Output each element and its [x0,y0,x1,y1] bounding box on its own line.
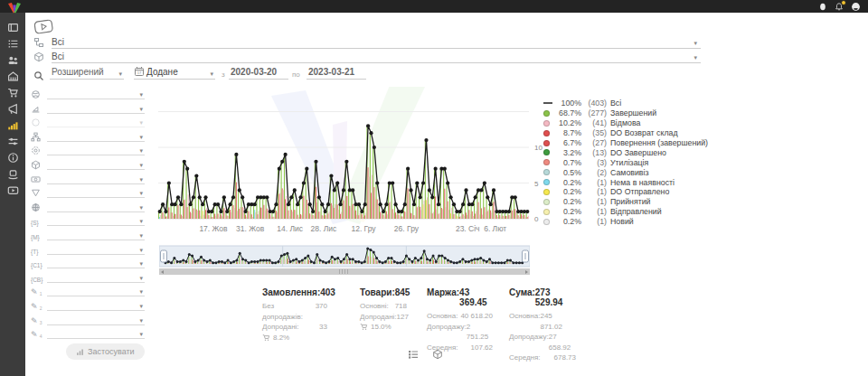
legend-item[interactable]: 100%(403)Всі [543,99,708,108]
token-icon: {M} [27,234,47,240]
filter-row-funnel[interactable]: ▾ [27,187,145,198]
sidebar-item-dashboard[interactable] [5,22,21,33]
sidebar-item-orders[interactable] [5,38,21,50]
legend-label: Самовивіз [610,168,649,177]
legend-item[interactable]: 3.2%(13)DO Завершено [543,147,708,157]
chevron-down-icon: ▾ [139,106,143,112]
filter-dropdown[interactable]: ▾ [47,328,145,339]
nav-handle-right[interactable] [523,250,529,262]
filter-row-circle[interactable]: ▾ [27,117,145,127]
legend-percent: 10.2% [555,118,581,127]
cube-view-icon[interactable] [432,347,443,363]
sidebar-item-cart[interactable] [5,87,21,99]
stat-column-1: Замовлення:403Без допродажів:370Допродан… [262,287,327,343]
range-navigator[interactable] [159,245,530,268]
legend-dot-marker [543,209,555,215]
legend-item[interactable]: 0.2%(1)Відправлений [543,207,708,217]
sliders-icon [7,136,19,147]
list-view-icon[interactable] [408,347,419,363]
sidebar-item-store[interactable] [5,70,21,82]
legend-item[interactable]: 68.7%(277)Завершений [543,108,708,118]
filter-row-s[interactable]: {S}▾ [27,215,145,226]
filter-row-globe[interactable]: ▾ [27,202,145,212]
filter-dropdown[interactable]: ▾ [47,202,145,212]
pencil-icon: ✎2 [27,303,47,311]
stat-title: Товари: [360,287,395,297]
filter-row-slope[interactable]: ▾ [27,103,145,114]
orders-chart[interactable]: 051017. Жов31. Жов14. Лис28. Лис12. Гру2… [154,87,552,240]
legend-dot-marker [543,120,555,127]
filter-row-sitemap[interactable]: ▾ [27,131,145,142]
filter-dropdown[interactable]: ▾ [47,159,145,170]
sidebar-item-marketing[interactable] [5,103,21,115]
filter-row-cube[interactable]: ▾ [27,159,145,170]
filter-row-m[interactable]: {M}▾ [27,230,145,240]
filter-dropdown[interactable]: ▾ [47,215,145,226]
filter-dropdown[interactable]: ▾ [47,244,145,255]
bell-icon[interactable] [835,2,844,12]
filter-dropdown[interactable]: ▾ [47,145,145,155]
filter-row-pencil2[interactable]: ✎2▾ [27,300,145,311]
date-from-input[interactable]: 2020-03-20 [229,65,288,80]
apply-button[interactable]: Застосувати [66,343,145,360]
legend-item[interactable]: 6.7%(27)Повернення (завершений) [543,138,708,148]
chevron-down-icon: ▾ [210,70,215,79]
filter-dropdown[interactable]: ▾ [47,230,145,240]
sidebar-item-settings[interactable] [5,136,21,147]
sidebar-item-customers[interactable] [5,54,21,66]
stat-column-3: Маржа:43 369.45Основна:40 618.20Допродаж… [427,287,493,352]
filter-dropdown[interactable]: ▾ [47,103,145,114]
sidebar-item-video[interactable] [5,184,21,196]
legend-count: (1) [581,197,607,206]
legend-item[interactable]: 0.5%(2)Самовивіз [543,167,708,177]
chart-scrollbar[interactable] [159,268,530,275]
filter-dropdown[interactable]: ▾ [47,272,145,283]
legend-item[interactable]: 10.2%(41)Відмова [543,118,708,128]
filter-row-fingerprint[interactable]: ▾ [27,145,145,155]
filter-row-cb[interactable]: {CB}▾ [27,272,145,283]
filter-row-banknote[interactable]: ▾ [27,174,145,184]
search-mode-select[interactable]: Розширений ▾ [50,65,124,80]
date-field-select[interactable]: 17 Додане ▾ [134,65,215,80]
filter-dropdown[interactable]: ▾ [47,89,145,99]
legend-item[interactable]: 8.7%(35)DO Возврат склад [543,128,708,138]
filter-dropdown[interactable]: ▾ [47,187,145,198]
filter-dropdown[interactable]: ▾ [47,117,145,127]
filter-row-pencil1[interactable]: ✎1▾ [27,286,145,296]
legend-item[interactable]: 0.2%(1)Новий [543,217,708,227]
filter-row-pencil3[interactable]: ✎3▾ [27,315,145,325]
sidebar-item-info[interactable] [5,152,21,164]
product-filter[interactable]: Всі ▾ [52,51,701,63]
legend-item[interactable]: 0.7%(3)Утилізація [543,157,708,167]
filter-dropdown[interactable]: ▾ [47,286,145,296]
legend-item[interactable]: 0.2%(1)Нема в наявності [543,177,708,187]
scroll-left-icon[interactable] [161,270,164,274]
legend-item[interactable]: 0.2%(1)Прийнятий [543,197,708,207]
scroll-right-icon[interactable] [525,270,528,274]
filter-dropdown[interactable]: ▾ [47,315,145,325]
sidebar-item-products[interactable] [5,168,21,180]
filter-row-pencil4[interactable]: ✎4▾ [27,328,145,339]
legend-percent: 0.2% [555,207,581,216]
filter-dropdown[interactable]: ▾ [47,174,145,184]
user-icon[interactable] [818,2,827,12]
sidebar-item-analytics[interactable] [5,119,21,131]
nav-handle-left[interactable] [161,250,167,262]
filter-dropdown[interactable]: ▾ [47,131,145,142]
search-icon[interactable] [33,68,44,83]
filter-dropdown[interactable]: ▾ [47,300,145,311]
filter-dropdown[interactable]: ▾ [47,258,145,268]
avatar-icon[interactable] [851,2,861,12]
filter-row-t[interactable]: {T}▾ [27,244,145,255]
category-filter[interactable]: Всі ▾ [52,36,701,49]
filter-row-c1[interactable]: {C1}▾ [27,258,145,268]
chevron-down-icon: ▾ [139,288,143,295]
date-to-input[interactable]: 2023-03-21 [307,65,366,80]
upsell-share-badge: 15.0% [360,322,407,333]
filter-row-world[interactable]: ▾ [27,89,145,99]
legend-percent: 0.7% [555,158,581,167]
scrollbar-grip[interactable] [339,269,350,274]
legend-item[interactable]: 0.2%(1)DO Отправлено [543,187,708,197]
brand-logo[interactable] [7,1,22,17]
topbar-actions [818,0,861,13]
